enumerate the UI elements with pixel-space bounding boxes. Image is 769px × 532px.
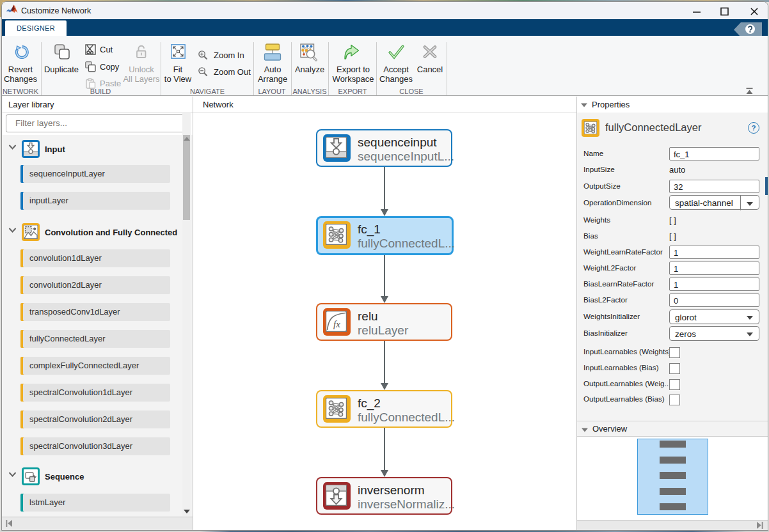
svg-text:fx: fx bbox=[333, 319, 340, 329]
